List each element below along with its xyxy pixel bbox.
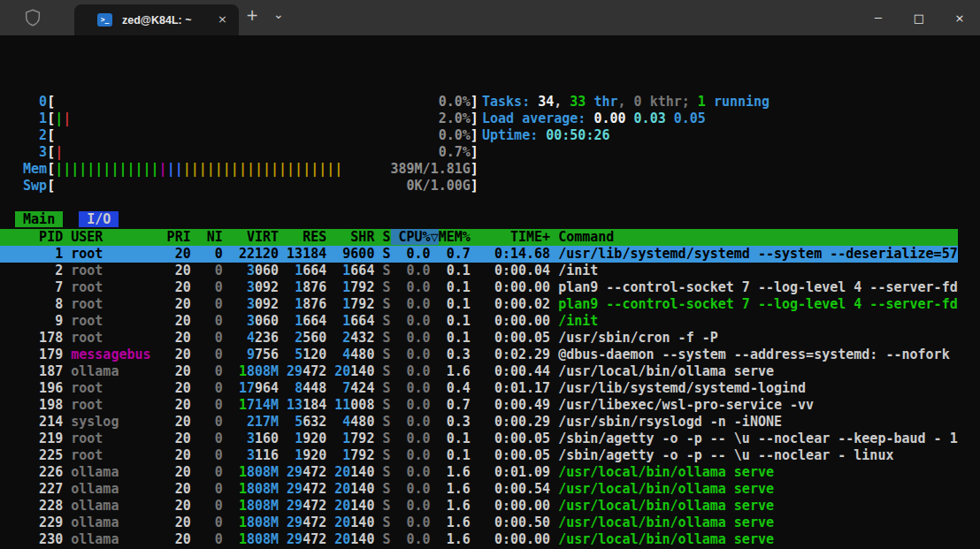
process-row-179[interactable]: 179 messagebus 20 0 9756 5120 4480 S 0.0… — [0, 347, 958, 363]
process-row-1[interactable]: 1 root 20 0 22120 13184 9600 S 0.0 0.7 0… — [0, 246, 958, 263]
process-row-229[interactable]: 229 ollama 20 0 1808M 29472 20140 S 0.0 … — [0, 515, 958, 531]
maximize-button[interactable]: □ — [899, 0, 939, 35]
meter-mem: Mem[||||||||||||||||||||||||||||||||||||… — [7, 161, 479, 178]
col-header-mem[interactable]: MEM% — [439, 229, 479, 245]
meter-0: 0[ 0.0%] — [7, 94, 479, 111]
process-row-227[interactable]: 227 ollama 20 0 1808M 29472 20140 S 0.0 … — [0, 481, 958, 498]
meter-1: 1[|| 2.0%] — [7, 111, 479, 127]
process-row-226[interactable]: 226 ollama 20 0 1808M 29472 20140 S 0.0 … — [0, 464, 958, 481]
process-row-230[interactable]: 230 ollama 20 0 1808M 29472 20140 S 0.0 … — [0, 531, 958, 548]
process-row-198[interactable]: 198 root 20 0 1714M 13184 11008 S 0.0 0.… — [0, 397, 958, 414]
powershell-icon: >_ — [97, 13, 112, 27]
terminal-tab[interactable]: >_ zed@K84L: ~ × — [74, 4, 239, 35]
close-button[interactable]: × — [939, 0, 980, 35]
chevron-down-icon[interactable]: ⌄ — [273, 7, 284, 21]
col-header-pid[interactable]: PID — [7, 229, 63, 245]
col-header-cpu[interactable]: CPU%▽ — [391, 229, 439, 245]
summary-tasks: Tasks: 34, 33 thr, 0 kthr; 1 running — [482, 94, 769, 111]
col-header-ni[interactable]: NI — [191, 229, 223, 245]
tab-title: zed@K84L: ~ — [122, 14, 192, 27]
col-header-time[interactable]: TIME+ — [479, 229, 550, 245]
process-table: 1 root 20 0 22120 13184 9600 S 0.0 0.7 0… — [0, 246, 958, 549]
shield-icon — [23, 8, 42, 27]
meter-3: 3[| 0.7%] — [7, 144, 479, 161]
htop-tab-bar: Main I/O — [7, 211, 119, 228]
process-row-187[interactable]: 187 ollama 20 0 1808M 29472 20140 S 0.0 … — [0, 363, 958, 380]
process-row-2[interactable]: 2 root 20 0 3060 1664 1664 S 0.0 0.1 0:0… — [0, 263, 958, 279]
htop-tab-io[interactable]: I/O — [79, 211, 119, 227]
htop-tab-main[interactable]: Main — [15, 211, 63, 227]
tab-close-icon[interactable]: × — [218, 12, 227, 26]
col-header-user[interactable]: USER — [71, 229, 150, 245]
process-row-8[interactable]: 8 root 20 0 3092 1876 1792 S 0.0 0.1 0:0… — [0, 296, 958, 313]
col-header-pri[interactable]: PRI — [151, 229, 191, 245]
col-header-virt[interactable]: VIRT — [223, 229, 279, 245]
col-header-s[interactable]: S — [382, 229, 390, 245]
col-header-shr[interactable]: SHR — [326, 229, 374, 245]
process-row-228[interactable]: 228 ollama 20 0 1808M 29472 20140 S 0.0 … — [0, 498, 958, 515]
process-row-7[interactable]: 7 root 20 0 3092 1876 1792 S 0.0 0.1 0:0… — [0, 279, 958, 296]
meter-swp: Swp[ 0K/1.00G] — [7, 178, 479, 194]
summary-load: Load average: 0.00 0.03 0.05 — [482, 111, 706, 127]
process-row-196[interactable]: 196 root 20 0 17964 8448 7424 S 0.0 0.4 … — [0, 380, 958, 397]
minimize-button[interactable]: ─ — [858, 0, 899, 35]
process-row-214[interactable]: 214 syslog 20 0 217M 5632 4480 S 0.0 0.3… — [0, 414, 958, 431]
process-table-header: PID USER PRI NI VIRT RES SHR S CPU%▽MEM%… — [0, 229, 958, 246]
summary-uptime: Uptime: 00:50:26 — [482, 127, 610, 144]
col-header-res[interactable]: RES — [279, 229, 326, 245]
col-header-cmd[interactable]: Command — [558, 229, 614, 245]
process-row-219[interactable]: 219 root 20 0 3160 1920 1792 S 0.0 0.1 0… — [0, 431, 958, 447]
meter-2: 2[ 0.0%] — [7, 127, 479, 144]
new-tab-button[interactable]: + — [246, 6, 258, 24]
process-row-225[interactable]: 225 root 20 0 3116 1920 1792 S 0.0 0.1 0… — [0, 447, 958, 464]
title-bar: >_ zed@K84L: ~ × + ⌄ ─ □ × — [0, 0, 980, 35]
terminal-screen[interactable]: 0[ 0.0%] 1[|| 2.0%] 2[ 0.0%] 3[| — [0, 35, 980, 549]
process-row-178[interactable]: 178 root 20 0 4236 2560 2432 S 0.0 0.1 0… — [0, 330, 958, 347]
process-row-9[interactable]: 9 root 20 0 3060 1664 1664 S 0.0 0.1 0:0… — [0, 313, 958, 330]
